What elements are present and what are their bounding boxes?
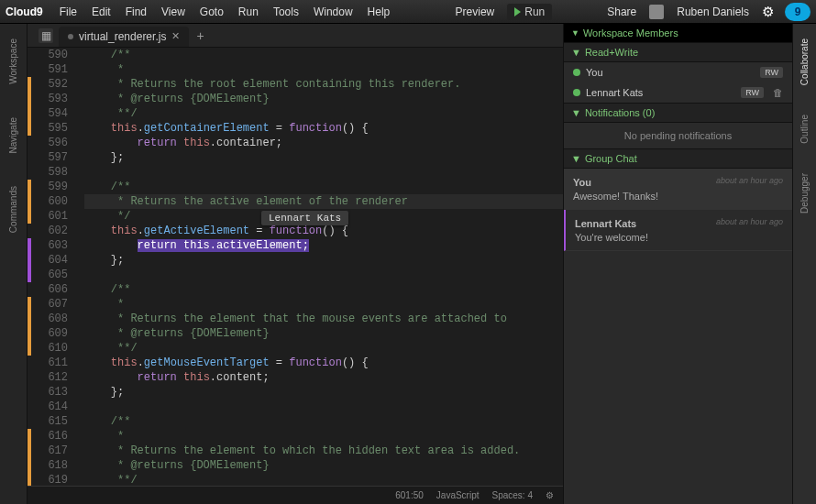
member-name: Lennart Kats [586, 87, 643, 98]
cloud9-logo[interactable]: 9 [785, 3, 810, 21]
collaborator-cursor-label: Lennart Kats [261, 211, 348, 225]
left-rail-commands[interactable]: Commands [8, 179, 18, 240]
menu-edit[interactable]: Edit [84, 2, 118, 22]
run-button[interactable]: Run [507, 4, 552, 20]
right-rail-outline[interactable]: Outline [799, 107, 810, 151]
chat-author: Lennart Kats [575, 218, 636, 229]
menu-goto[interactable]: Goto [193, 2, 231, 22]
menu-view[interactable]: View [154, 2, 193, 22]
member-row[interactable]: Lennart KatsRW🗑 [564, 82, 792, 103]
username[interactable]: Ruben Daniels [669, 2, 756, 22]
trash-icon[interactable]: 🗑 [773, 87, 783, 98]
right-rail-collaborate[interactable]: Collaborate [799, 31, 810, 93]
editor-area: ▦ virtual_renderer.js ✕ + 59059159259359… [28, 24, 563, 504]
chat-time: about an hour ago [716, 176, 783, 185]
notifications-header[interactable]: ▼Notifications (0) [564, 103, 792, 123]
tab-bar: ▦ virtual_renderer.js ✕ + [28, 24, 563, 48]
play-icon [514, 7, 521, 16]
chat-time: about an hour ago [716, 217, 783, 226]
code-lines[interactable]: /** * * Returns the root element contain… [75, 48, 563, 486]
read-write-header[interactable]: ▼Read+Write [564, 42, 792, 62]
chat-author: You [573, 177, 591, 188]
gear-icon[interactable]: ⚙ [762, 4, 774, 20]
workspace-members-header[interactable]: ▼Workspace Members [564, 24, 792, 42]
right-rail: CollaborateOutlineDebugger [792, 24, 816, 504]
close-icon[interactable]: ✕ [171, 30, 180, 42]
left-rail: WorkspaceNavigateCommands [0, 24, 28, 504]
status-dot-icon [573, 69, 580, 76]
code-editor[interactable]: 5905915925935945955965975985996006016026… [28, 48, 563, 486]
group-chat-header[interactable]: ▼Group Chat [564, 148, 792, 169]
chat-text: Awesome! Thanks! [573, 191, 783, 202]
share-button[interactable]: Share [600, 2, 644, 22]
preview-button[interactable]: Preview [448, 2, 502, 22]
gutter-marks [28, 48, 31, 486]
menubar: Cloud9 FileEditFindViewGotoRunToolsWindo… [0, 0, 816, 24]
permission-badge[interactable]: RW [760, 67, 783, 78]
notifications-empty: No pending notifications [564, 123, 792, 148]
tab-filename: virtual_renderer.js [79, 30, 166, 43]
menu-tools[interactable]: Tools [266, 2, 306, 22]
left-rail-navigate[interactable]: Navigate [8, 110, 18, 160]
tab-modified-icon [68, 34, 73, 39]
status-dot-icon [573, 89, 580, 96]
chat-message: Youabout an hour agoAwesome! Thanks! [564, 169, 792, 210]
menu-file[interactable]: File [52, 2, 84, 22]
left-rail-workspace[interactable]: Workspace [8, 31, 18, 92]
file-tab[interactable]: virtual_renderer.js ✕ [59, 27, 189, 47]
menu-run[interactable]: Run [231, 2, 266, 22]
chat-message: Lennart Katsabout an hour agoYou're welc… [564, 210, 792, 251]
permission-badge[interactable]: RW [741, 87, 764, 98]
settings-gear-icon[interactable]: ⚙ [546, 490, 554, 500]
chat-text: You're welcome! [575, 232, 783, 243]
cursor-position[interactable]: 601:50 [395, 490, 424, 500]
app-logo[interactable]: Cloud9 [6, 5, 43, 18]
member-row[interactable]: YouRW [564, 62, 792, 82]
menu-find[interactable]: Find [118, 2, 154, 22]
collaborate-panel: ▼Workspace Members ▼Read+Write YouRWLenn… [563, 24, 792, 504]
language-mode[interactable]: JavaScript [436, 490, 480, 500]
indent-setting[interactable]: Spaces: 4 [492, 490, 533, 500]
new-tab-button[interactable]: + [189, 28, 211, 43]
panel-menu-icon[interactable]: ▦ [39, 28, 53, 43]
right-rail-debugger[interactable]: Debugger [799, 166, 810, 221]
menu-window[interactable]: Window [306, 2, 360, 22]
avatar[interactable] [649, 5, 664, 19]
member-name: You [586, 67, 603, 78]
menu-help[interactable]: Help [360, 2, 398, 22]
run-label: Run [524, 5, 545, 18]
line-numbers: 5905915925935945955965975985996006016026… [31, 48, 75, 486]
status-bar: 601:50 JavaScript Spaces: 4 ⚙ [28, 486, 563, 504]
